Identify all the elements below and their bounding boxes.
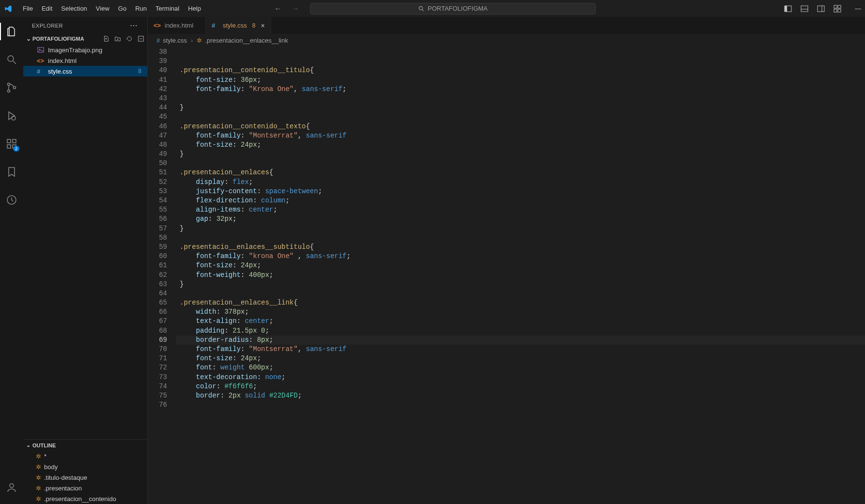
html-file-icon: <>: [37, 57, 45, 64]
menu-terminal[interactable]: Terminal: [151, 3, 184, 14]
collapse-icon[interactable]: [138, 35, 144, 42]
svg-rect-12: [838, 9, 841, 12]
image-file-icon: [37, 46, 45, 54]
refresh-icon[interactable]: [126, 35, 133, 42]
nav-forward-icon[interactable]: →: [292, 4, 299, 13]
css-rule-icon: ✲: [36, 463, 41, 471]
css-file-icon: #: [212, 22, 219, 29]
svg-point-15: [8, 83, 10, 86]
menu-file[interactable]: File: [18, 3, 37, 14]
outline-title: OUTLINE: [32, 443, 56, 448]
explorer-title: EXPLORER: [32, 23, 63, 29]
layout-sidebar-left-icon[interactable]: [784, 5, 792, 13]
css-rule-icon: ✲: [36, 474, 41, 481]
file-ImagenTrabajo-png[interactable]: ImagenTrabajo.png: [23, 45, 147, 55]
chevron-down-icon: ⌄: [26, 35, 31, 42]
breadcrumb-file: style.css: [163, 37, 187, 44]
svg-rect-22: [13, 139, 16, 143]
run-debug-icon[interactable]: [0, 106, 23, 125]
svg-rect-19: [7, 139, 11, 143]
svg-point-24: [10, 484, 14, 488]
layout-customize-icon[interactable]: [834, 5, 841, 13]
code-editor[interactable]: 3839404142434445464748495051525354555657…: [148, 46, 865, 504]
layout-sidebar-right-icon[interactable]: [817, 5, 825, 13]
css-rule-icon: ✲: [197, 37, 202, 44]
css-file-icon: #: [156, 37, 160, 44]
breadcrumb-symbol: .presentacion__enlaces__link: [205, 37, 288, 44]
command-center-text: PORTAFOLIOFIGMA: [428, 5, 488, 12]
svg-point-17: [14, 87, 16, 89]
search-icon: [418, 5, 425, 12]
menu-selection[interactable]: Selection: [57, 3, 91, 14]
editor-tabs: <>index.html#style.css8×: [148, 17, 865, 34]
svg-line-1: [422, 9, 424, 11]
activity-bar: 2: [0, 17, 23, 504]
tab-index-html[interactable]: <>index.html: [148, 17, 206, 34]
vscode-logo-icon: [4, 4, 13, 13]
css-rule-icon: ✲: [36, 495, 41, 503]
menu-edit[interactable]: Edit: [37, 3, 57, 14]
minimize-icon[interactable]: —: [855, 5, 861, 13]
outline-item[interactable]: ✲body: [23, 461, 147, 472]
svg-rect-9: [834, 5, 837, 8]
html-file-icon: <>: [154, 22, 161, 29]
new-file-icon[interactable]: [103, 35, 109, 42]
outline-header[interactable]: ⌄ OUTLINE: [23, 439, 147, 451]
nav-arrows: ← →: [274, 4, 299, 13]
menu-bar: FileEditSelectionViewGoRunTerminalHelp: [18, 3, 205, 14]
svg-rect-20: [7, 145, 11, 148]
css-rule-icon: ✲: [36, 453, 41, 460]
search-activity-icon[interactable]: [0, 50, 23, 69]
svg-point-16: [8, 90, 10, 92]
breadcrumb[interactable]: # style.css › ✲ .presentacion__enlaces__…: [148, 34, 865, 46]
code-content[interactable]: .presentacion__contenido__titulo{ font-s…: [176, 46, 865, 504]
extensions-icon[interactable]: 2: [0, 134, 23, 153]
folder-name: PORTAFOLIOFIGMA: [32, 36, 84, 42]
command-center[interactable]: PORTAFOLIOFIGMA: [310, 3, 596, 15]
explorer-more-icon[interactable]: ⋯: [130, 21, 139, 30]
svg-rect-5: [801, 9, 808, 12]
remote-icon[interactable]: [0, 190, 23, 210]
menu-help[interactable]: Help: [184, 3, 205, 14]
outline-item[interactable]: ✲.presentacion__contenido: [23, 493, 147, 504]
chevron-right-icon: ›: [191, 37, 193, 44]
extensions-badge: 2: [13, 146, 19, 152]
svg-rect-11: [834, 9, 837, 12]
line-gutter: 3839404142434445464748495051525354555657…: [148, 46, 176, 504]
css-rule-icon: ✲: [36, 485, 41, 492]
sidebar: EXPLORER ⋯ ⌄ PORTAFOLIOFIGMA ImagenTraba…: [23, 17, 148, 504]
svg-rect-7: [818, 6, 824, 12]
explorer-icon[interactable]: [0, 22, 23, 41]
outline-item[interactable]: ✲*: [23, 451, 147, 461]
account-icon[interactable]: [0, 478, 23, 497]
new-folder-icon[interactable]: [114, 35, 121, 42]
folder-header[interactable]: ⌄ PORTAFOLIOFIGMA: [23, 34, 147, 44]
menu-go[interactable]: Go: [114, 3, 131, 14]
bookmark-icon[interactable]: [0, 162, 23, 182]
css-file-icon: #: [37, 68, 45, 75]
svg-rect-3: [785, 6, 787, 12]
close-tab-icon[interactable]: ×: [261, 22, 265, 30]
modified-badge: 8: [252, 22, 256, 29]
layout-panel-icon[interactable]: [801, 5, 808, 13]
file-tree: ImagenTrabajo.png<>index.html#style.css8: [23, 44, 147, 77]
git-badge: 8: [138, 68, 141, 75]
nav-back-icon[interactable]: ←: [274, 4, 282, 13]
svg-line-14: [13, 61, 16, 64]
outline-item[interactable]: ✲.titulo-destaque: [23, 472, 147, 483]
file-index-html[interactable]: <>index.html: [23, 55, 147, 66]
layout-controls: —: [784, 5, 861, 13]
menu-view[interactable]: View: [92, 3, 114, 14]
explorer-header: EXPLORER ⋯: [23, 17, 147, 34]
outline-item[interactable]: ✲.presentacion: [23, 483, 147, 493]
source-control-icon[interactable]: [0, 78, 23, 97]
svg-rect-10: [838, 5, 841, 8]
file-style-css[interactable]: #style.css8: [23, 66, 147, 76]
editor-area: <>index.html#style.css8× # style.css › ✲…: [148, 17, 865, 504]
chevron-down-icon: ⌄: [26, 442, 31, 448]
menu-run[interactable]: Run: [131, 3, 151, 14]
title-bar: FileEditSelectionViewGoRunTerminalHelp ←…: [0, 0, 865, 17]
tab-style-css[interactable]: #style.css8×: [206, 17, 271, 34]
svg-point-13: [8, 56, 14, 61]
svg-point-0: [419, 6, 422, 10]
